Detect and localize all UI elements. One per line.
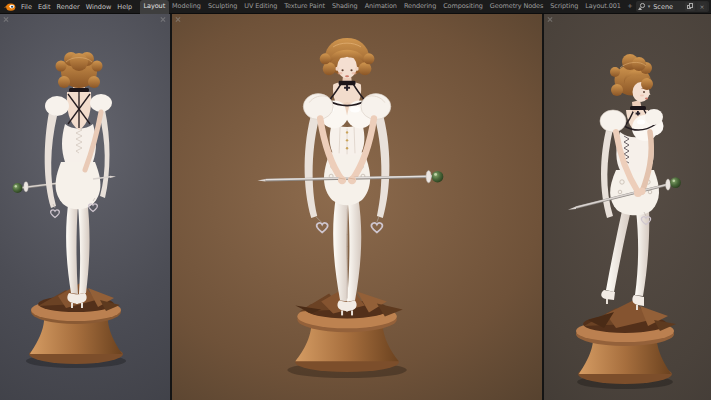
staff-orb[interactable]: [13, 183, 23, 193]
tab-compositing[interactable]: Compositing: [440, 0, 487, 14]
tab-animation[interactable]: Animation: [361, 0, 400, 14]
tab-scripting[interactable]: Scripting: [547, 0, 582, 14]
viewport-front-view[interactable]: [172, 14, 544, 400]
character-head[interactable]: [610, 54, 653, 116]
menu-edit[interactable]: Edit: [35, 3, 54, 11]
tab-texture-paint[interactable]: Texture Paint: [281, 0, 329, 14]
tab-geometry-nodes[interactable]: Geometry Nodes: [486, 0, 546, 14]
add-workspace-button[interactable]: +: [624, 0, 635, 14]
editor-corner-icon[interactable]: [160, 16, 167, 23]
unlink-scene-button[interactable]: ×: [697, 2, 707, 11]
chevron-down-icon[interactable]: ▾: [648, 4, 651, 9]
editor-corner-icon[interactable]: [3, 16, 10, 23]
choker: [69, 88, 89, 92]
menu-render[interactable]: Render: [53, 3, 82, 11]
workspace: [0, 14, 711, 400]
tab-uv-editing[interactable]: UV Editing: [241, 0, 281, 14]
tab-layout-001[interactable]: Layout.001: [582, 0, 625, 14]
copy-icon: [687, 3, 694, 10]
editor-corner-icon[interactable]: [175, 16, 182, 23]
viewport-three-quarter-view[interactable]: [544, 14, 711, 400]
character-model-back[interactable]: [45, 52, 116, 308]
choker: [630, 106, 646, 110]
tab-sculpting[interactable]: Sculpting: [204, 0, 240, 14]
workspace-tabs: Layout Modeling Sculpting UV Editing Tex…: [140, 0, 636, 14]
choker: [339, 81, 356, 85]
tab-modeling[interactable]: Modeling: [169, 0, 205, 14]
character-model-side[interactable]: [568, 54, 681, 310]
new-scene-button[interactable]: [685, 2, 695, 11]
menu-help[interactable]: Help: [114, 3, 135, 11]
tab-rendering[interactable]: Rendering: [400, 0, 439, 14]
character-head[interactable]: [320, 38, 375, 91]
scene-selector[interactable]: ▾ Scene ×: [636, 1, 709, 12]
tab-layout[interactable]: Layout: [140, 0, 169, 14]
tab-shading[interactable]: Shading: [328, 0, 361, 14]
blender-logo-icon[interactable]: [3, 2, 16, 12]
topbar-right-group: ▾ Scene × ▾ ViewLayer ×: [636, 1, 711, 12]
scene-icon: [638, 3, 646, 11]
character-model-front[interactable]: [258, 38, 444, 316]
menu-bar: File Edit Render Window Help: [18, 3, 135, 11]
topbar: File Edit Render Window Help Layout Mode…: [0, 0, 711, 14]
scene-name[interactable]: Scene: [652, 3, 683, 11]
character-hair[interactable]: [56, 52, 103, 88]
viewport-back-view[interactable]: [0, 14, 172, 400]
menu-window[interactable]: Window: [83, 3, 115, 11]
editor-corner-icon[interactable]: [547, 16, 554, 23]
pedestal-base[interactable]: [576, 300, 676, 389]
staff-orb[interactable]: [432, 171, 444, 183]
menu-file[interactable]: File: [18, 3, 35, 11]
staff-orb[interactable]: [670, 177, 681, 188]
